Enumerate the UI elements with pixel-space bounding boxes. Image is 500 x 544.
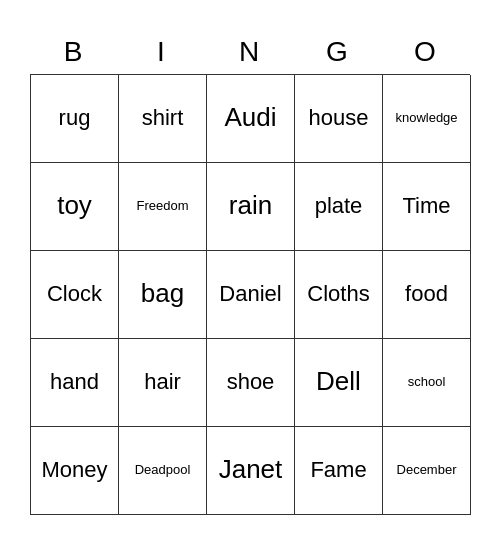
bingo-cell-0-3: house bbox=[295, 75, 383, 163]
cell-text-2-1: bag bbox=[141, 278, 184, 309]
bingo-cell-4-2: Janet bbox=[207, 427, 295, 515]
cell-text-1-0: toy bbox=[57, 190, 92, 221]
cell-text-3-1: hair bbox=[144, 369, 181, 395]
bingo-cell-1-3: plate bbox=[295, 163, 383, 251]
bingo-cell-2-0: Clock bbox=[31, 251, 119, 339]
bingo-cell-0-2: Audi bbox=[207, 75, 295, 163]
cell-text-2-0: Clock bbox=[47, 281, 102, 307]
cell-text-1-3: plate bbox=[315, 193, 363, 219]
bingo-card: BINGO rugshirtAudihouseknowledgetoyFreed… bbox=[20, 20, 480, 525]
cell-text-4-1: Deadpool bbox=[135, 462, 191, 478]
cell-text-3-0: hand bbox=[50, 369, 99, 395]
cell-text-4-3: Fame bbox=[310, 457, 366, 483]
header-letter-G: G bbox=[294, 30, 382, 74]
cell-text-0-4: knowledge bbox=[395, 110, 457, 126]
bingo-cell-2-2: Daniel bbox=[207, 251, 295, 339]
cell-text-2-2: Daniel bbox=[219, 281, 281, 307]
cell-text-2-3: Cloths bbox=[307, 281, 369, 307]
cell-text-0-3: house bbox=[309, 105, 369, 131]
bingo-cell-1-2: rain bbox=[207, 163, 295, 251]
cell-text-0-2: Audi bbox=[224, 102, 276, 133]
bingo-cell-1-4: Time bbox=[383, 163, 471, 251]
bingo-cell-2-1: bag bbox=[119, 251, 207, 339]
bingo-cell-0-4: knowledge bbox=[383, 75, 471, 163]
cell-text-3-3: Dell bbox=[316, 366, 361, 397]
cell-text-0-0: rug bbox=[59, 105, 91, 131]
cell-text-3-4: school bbox=[408, 374, 446, 390]
cell-text-4-2: Janet bbox=[219, 454, 283, 485]
bingo-cell-3-3: Dell bbox=[295, 339, 383, 427]
bingo-header: BINGO bbox=[30, 30, 470, 74]
bingo-cell-4-3: Fame bbox=[295, 427, 383, 515]
bingo-cell-3-1: hair bbox=[119, 339, 207, 427]
header-letter-O: O bbox=[382, 30, 470, 74]
bingo-cell-3-2: shoe bbox=[207, 339, 295, 427]
bingo-cell-2-4: food bbox=[383, 251, 471, 339]
bingo-cell-3-0: hand bbox=[31, 339, 119, 427]
bingo-cell-4-1: Deadpool bbox=[119, 427, 207, 515]
cell-text-1-4: Time bbox=[402, 193, 450, 219]
cell-text-4-4: December bbox=[397, 462, 457, 478]
bingo-cell-4-4: December bbox=[383, 427, 471, 515]
cell-text-1-1: Freedom bbox=[136, 198, 188, 214]
cell-text-2-4: food bbox=[405, 281, 448, 307]
cell-text-0-1: shirt bbox=[142, 105, 184, 131]
bingo-cell-0-0: rug bbox=[31, 75, 119, 163]
bingo-cell-3-4: school bbox=[383, 339, 471, 427]
bingo-cell-1-0: toy bbox=[31, 163, 119, 251]
cell-text-1-2: rain bbox=[229, 190, 272, 221]
bingo-grid: rugshirtAudihouseknowledgetoyFreedomrain… bbox=[30, 74, 470, 515]
header-letter-N: N bbox=[206, 30, 294, 74]
bingo-cell-0-1: shirt bbox=[119, 75, 207, 163]
cell-text-3-2: shoe bbox=[227, 369, 275, 395]
bingo-cell-1-1: Freedom bbox=[119, 163, 207, 251]
cell-text-4-0: Money bbox=[41, 457, 107, 483]
bingo-cell-4-0: Money bbox=[31, 427, 119, 515]
header-letter-B: B bbox=[30, 30, 118, 74]
bingo-cell-2-3: Cloths bbox=[295, 251, 383, 339]
header-letter-I: I bbox=[118, 30, 206, 74]
